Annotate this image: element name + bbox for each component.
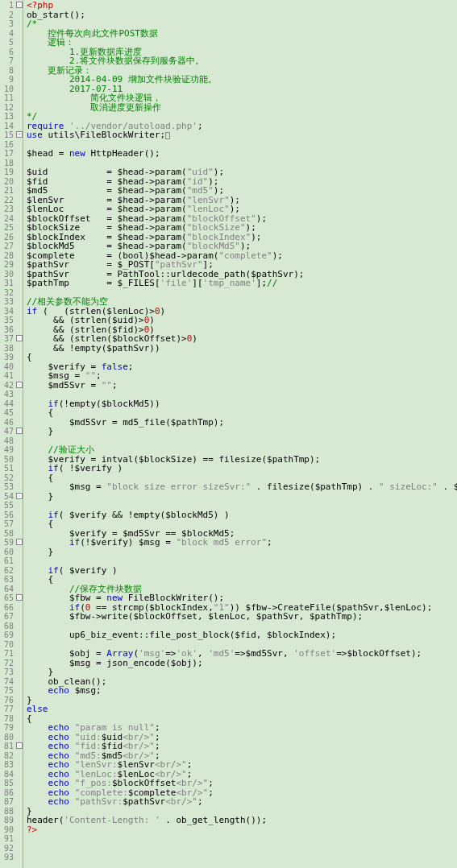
code-line[interactable]: ?> [27,825,457,835]
code-line[interactable]: $msg = "block size error sizeSvr:" . fil… [27,482,457,492]
line-number: 14 [1,122,14,131]
line-number: 26 [1,233,14,242]
line-number: 50 [1,455,14,465]
line-number: 63 [1,575,14,585]
token: 'file' [160,278,193,288]
code-line[interactable]: if(!empty($blockMd5)) [27,399,457,409]
fold-toggle-icon[interactable]: - [16,594,23,601]
line-number: 68 [1,622,14,631]
code-line[interactable]: $head = new HttpHeader(); [27,149,457,159]
line-number: 1 [1,1,14,10]
token: ; [197,121,203,131]
line-number: 82 [1,751,14,761]
line-number: 23 [1,205,14,214]
line-number: 65 [1,593,14,603]
token: "block size error sizeSvr:" [106,482,251,492]
line-number: 74 [1,677,14,687]
code-editor: 1234567891011121314151617181920212223242… [0,0,457,868]
token: ?> [27,825,37,835]
code-line[interactable]: $fbw->write($blockOffset, $lenLoc, $path… [27,612,457,622]
code-line[interactable]: $pathTmp = $_FILES['file']['tmp_name'];/… [27,279,457,288]
token: ; [267,537,272,548]
fold-toggle-icon[interactable]: - [16,335,23,341]
line-number: 52 [1,473,14,483]
code-line[interactable]: header('Content-Length: ' . ob_get_lengt… [27,816,457,825]
code-line[interactable]: if( $verify ) [27,566,457,576]
code-line[interactable]: echo $msg; [27,686,457,696]
line-number: 20 [1,177,14,187]
code-area[interactable]: <?phpob_start();/* 控件每次向此文件POST数据 逻辑： 1.… [23,0,457,868]
code-line[interactable]: } [27,548,457,557]
line-number: 7 [1,56,14,66]
code-line[interactable]: && !empty($pathSvr)) [27,344,457,353]
token: 'offset' [293,648,336,659]
line-number: 61 [1,556,14,566]
token: echo [48,685,75,696]
code-line[interactable]: if( !$verify ) [27,464,457,473]
code-line[interactable]: up6_biz_event::file_post_block($fid, $bl… [27,630,457,640]
code-line[interactable]: } [27,492,457,502]
token: (!empty($blockMd5)) [59,399,160,409]
line-number: 66 [1,603,14,613]
fold-toggle-icon[interactable]: - [16,493,23,499]
code-line[interactable]: $msg = json_encode($obj); [27,659,457,668]
line-number: 29 [1,260,14,270]
fold-toggle-icon[interactable]: - [16,428,23,434]
code-line[interactable]: ob_start(); [27,10,457,20]
code-line[interactable]: } [27,696,457,705]
line-number: 53 [1,482,14,492]
code-line[interactable]: 取消进度更新操作 [27,103,457,113]
token: ; [112,380,118,391]
code-line[interactable]: echo "pathSvr:$pathSvr<br/>"; [27,797,457,807]
fold-toggle-icon[interactable]: - [16,742,23,749]
token: use [27,130,48,140]
token: up6_biz_event::file_post_block($fid, $bl… [27,630,336,640]
line-number: 48 [1,436,14,446]
token: new [69,148,91,159]
token: 'Content-Length: ' [64,815,160,825]
token: echo [48,796,75,807]
line-number: 84 [1,770,14,779]
fold-toggle-icon[interactable]: + [16,131,23,138]
line-number: 49 [1,445,14,455]
fold-toggle-icon[interactable]: - [16,2,23,8]
line-number: 91 [1,834,14,844]
line-number: 18 [1,159,14,168]
line-number: 6 [1,48,14,57]
code-line[interactable]: use utils\FileBlockWriter; [27,130,457,140]
token: $fbw->write($blockOffset, $lenLoc, $path… [27,611,363,622]
fold-toggle-icon[interactable]: - [16,382,23,388]
line-number: 89 [1,816,14,825]
token: if [69,537,80,548]
line-number: 77 [1,705,14,714]
code-line[interactable]: $md5Svr = ""; [27,381,457,391]
line-number: 11 [1,93,14,103]
line-number: 33 [1,297,14,307]
line-gutter: 1234567891011121314151617181920212223242… [0,0,16,868]
line-number: 87 [1,797,14,807]
line-number: 43 [1,390,14,399]
code-line[interactable]: if( $verify && !empty($blockMd5) ) [27,510,457,520]
code-line[interactable]: if(!$verify) $msg = "block md5 error"; [27,538,457,548]
code-line[interactable]: 控件每次向此文件POST数据 [27,29,457,39]
line-number: 30 [1,270,14,279]
code-line[interactable]: } [27,427,457,436]
code-line[interactable]: else [27,705,457,714]
code-line[interactable]: <?php [27,1,457,10]
token: 'md5' [208,648,235,659]
token: 0 [155,306,160,316]
line-number: 17 [1,149,14,159]
token: . filesize($pathTmp) . [251,482,379,492]
token: HttpHeader(); [90,148,160,159]
token: } [27,547,53,557]
line-number: 75 [1,686,14,696]
line-number: 35 [1,316,14,325]
line-number: 85 [1,779,14,788]
line-number: 32 [1,288,14,298]
line-number: 24 [1,214,14,224]
code-line[interactable]: $md5Svr = md5_file($pathTmp); [27,418,457,428]
fold-toggle-icon[interactable]: - [16,539,23,545]
line-number: 78 [1,714,14,724]
line-number: 34 [1,307,14,316]
line-number: 41 [1,371,14,381]
